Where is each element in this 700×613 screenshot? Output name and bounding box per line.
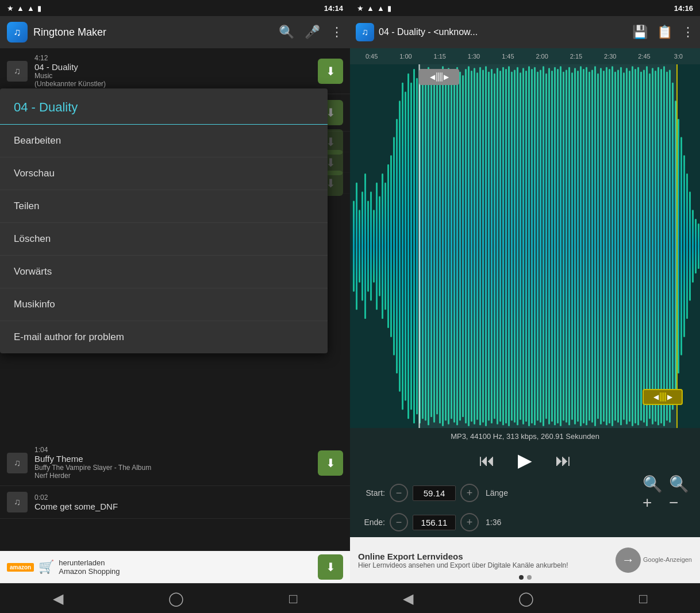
context-item-email[interactable]: E-mail author for problem: [0, 321, 328, 353]
context-item-bearbeiten[interactable]: Bearbeiten: [0, 125, 328, 157]
right-handle[interactable]: ◀ ▶: [643, 389, 683, 405]
list-item[interactable]: ♫ 4:12 04 - Duality Music(Unbekannter Kü…: [0, 48, 350, 94]
rewind-button[interactable]: ⏮: [479, 451, 495, 470]
fast-forward-button[interactable]: ⏭: [555, 451, 571, 470]
context-item-loschen[interactable]: Löschen: [0, 223, 328, 256]
bluetooth-icon: ★: [357, 4, 364, 13]
list-item[interactable]: ♫ 1:04 Buffy Theme Buffy The Vampire Sla…: [0, 440, 350, 486]
start-minus-button[interactable]: −: [390, 484, 408, 502]
lange-label: Länge: [486, 488, 508, 498]
grip-line: [661, 392, 663, 402]
start-value-input[interactable]: [413, 485, 456, 501]
back-button[interactable]: ◀: [41, 586, 75, 611]
handle-grip: ◀ ▶: [653, 392, 672, 402]
more-icon[interactable]: ⋮: [330, 25, 343, 40]
more-icon[interactable]: ⋮: [682, 25, 694, 40]
right-app-bar: ♫ 04 - Duality - <unknow... 💾 📋 ⋮: [350, 16, 700, 48]
context-item-vorschau[interactable]: Vorschau: [0, 157, 328, 190]
song-list: ♫ 4:12 04 - Duality Music(Unbekannter Kü…: [0, 48, 350, 583]
context-menu-title: 04 - Duality: [0, 88, 328, 125]
song-name: Buffy Theme: [34, 454, 318, 464]
song-name: 04 - Duality: [34, 62, 318, 72]
end-minus-button[interactable]: −: [390, 513, 408, 531]
download-button[interactable]: ⬇: [318, 59, 343, 84]
song-info: 0:02 Come get some_DNF: [34, 494, 343, 511]
play-button[interactable]: ▶: [518, 449, 532, 471]
context-item-musikinfo[interactable]: Musikinfo: [0, 288, 328, 321]
copy-icon[interactable]: 📋: [657, 25, 672, 40]
download-button[interactable]: ⬇: [318, 450, 343, 476]
left-status-bar: ★ ▲ ▲ ▮ 14:14: [0, 0, 350, 16]
recents-button[interactable]: □: [628, 586, 659, 611]
svg-rect-15: [393, 137, 395, 356]
app-title: Ringtone Maker: [33, 26, 273, 38]
left-app-bar: ♫ Ringtone Maker 🔍 🎤 ⋮: [0, 16, 350, 48]
app-bar-actions: 🔍 🎤 ⋮: [279, 25, 343, 40]
home-button[interactable]: ◯: [507, 586, 545, 611]
grip-line: [665, 392, 666, 402]
song-name: Come get some_DNF: [34, 502, 343, 511]
timeline-tick: 2:15: [559, 53, 593, 60]
waveform-container[interactable]: 0:45 1:00 1:15 1:30 1:45 2:00 2:15 2:30 …: [350, 48, 700, 428]
ad-banner-title: Online Export Lernvideos: [358, 552, 610, 561]
ad-banner-subtitle: Hier Lernvideos ansehen und Export über …: [358, 561, 610, 569]
wifi-icon: ▲: [377, 4, 384, 13]
context-item-teilen[interactable]: Teilen: [0, 190, 328, 223]
svg-rect-1: [353, 201, 355, 291]
svg-rect-14: [390, 155, 392, 337]
battery-icon: ▮: [387, 4, 391, 13]
music-note-icon: ♫: [7, 61, 28, 82]
wifi-icon: ▲: [27, 4, 34, 13]
back-button[interactable]: ◀: [391, 586, 425, 611]
svg-rect-21: [410, 83, 412, 410]
end-value-input[interactable]: [413, 515, 456, 530]
timeline-tick: 2:00: [525, 53, 559, 60]
start-label: Start:: [359, 488, 385, 498]
zoom-in-button[interactable]: 🔍+: [643, 482, 664, 504]
svg-rect-119: [692, 210, 694, 283]
svg-rect-11: [382, 174, 383, 319]
right-arrow-icon: ▶: [444, 73, 449, 81]
mic-icon[interactable]: 🎤: [305, 25, 320, 40]
handle-grip: ◀ ▶: [430, 72, 449, 82]
context-item-vorwarts[interactable]: Vorwärts: [0, 256, 328, 288]
song-duration: 0:02: [34, 494, 343, 502]
svg-rect-13: [387, 164, 389, 328]
left-handle[interactable]: ◀ ▶: [419, 69, 459, 85]
music-note-icon: ♫: [7, 492, 28, 512]
save-icon[interactable]: 💾: [632, 25, 648, 40]
left-status-time: 14:14: [324, 4, 343, 13]
svg-rect-22: [413, 69, 415, 423]
svg-rect-3: [359, 210, 360, 283]
lange-value: 1:36: [486, 518, 501, 527]
grip-line: [436, 72, 437, 82]
svg-rect-7: [370, 192, 372, 301]
svg-rect-114: [678, 119, 679, 373]
timeline-tick: 1:15: [423, 53, 457, 60]
right-arrow-icon: ▶: [667, 393, 672, 401]
svg-rect-10: [379, 196, 380, 296]
svg-rect-17: [399, 101, 401, 391]
ad-google-text: Google-Anzeigen: [643, 556, 692, 564]
svg-rect-12: [384, 183, 386, 310]
left-status-icons: ★ ▲ ▲ ▮: [7, 4, 41, 13]
svg-rect-8: [373, 210, 375, 283]
song-duration: 4:12: [34, 54, 318, 62]
song-duration: 1:04: [34, 446, 318, 454]
svg-rect-18: [402, 83, 403, 410]
zoom-controls: 🔍+ 🔍−: [643, 482, 691, 504]
zoom-out-button[interactable]: 🔍−: [669, 482, 691, 504]
end-plus-button[interactable]: +: [460, 513, 479, 531]
ad-dot: [519, 575, 524, 580]
home-button[interactable]: ◯: [157, 586, 195, 611]
start-plus-button[interactable]: +: [460, 484, 479, 502]
grip-lines: [436, 72, 443, 82]
ad-download-button[interactable]: ⬇: [318, 554, 343, 580]
search-icon[interactable]: 🔍: [279, 25, 294, 40]
waveform-area[interactable]: ◀ ▶ ◀: [350, 64, 700, 428]
ad-arrow-button[interactable]: →: [616, 548, 641, 573]
grip-line: [663, 392, 664, 402]
list-item[interactable]: ♫ 0:02 Come get some_DNF: [0, 486, 350, 519]
recents-button[interactable]: □: [278, 586, 309, 611]
svg-rect-115: [680, 137, 682, 356]
